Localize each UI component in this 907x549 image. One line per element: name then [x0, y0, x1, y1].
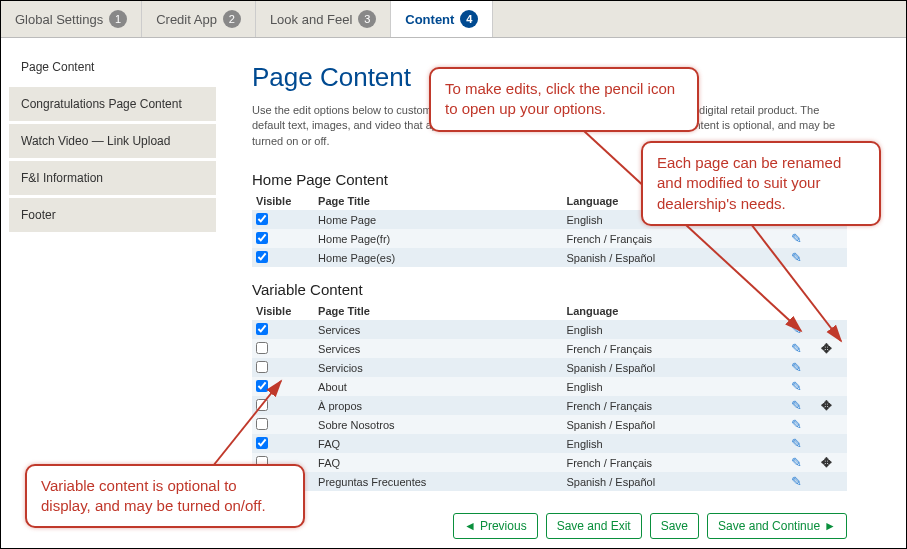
cell-title: Servicios [314, 358, 562, 377]
sidebar-item-watch-video[interactable]: Watch Video — Link Upload [9, 124, 216, 158]
col-visible: Visible [252, 192, 314, 210]
callout-pencil: To make edits, click the pencil icon to … [429, 67, 699, 132]
move-icon[interactable]: ✥ [821, 398, 832, 413]
table-row: À propos French / Français ✎ ✥ [252, 396, 847, 415]
cell-language: Spanish / Español [562, 248, 743, 267]
table-row: FAQ French / Français ✎ ✥ [252, 453, 847, 472]
cell-title: FAQ [314, 453, 562, 472]
tab-number-icon: 4 [460, 10, 478, 28]
cell-language: French / Français [562, 453, 743, 472]
pencil-icon[interactable]: ✎ [791, 379, 802, 394]
pencil-icon[interactable]: ✎ [791, 417, 802, 432]
table-row: Services French / Français ✎ ✥ [252, 339, 847, 358]
table-row: Preguntas Frecuentes Spanish / Español ✎ [252, 472, 847, 491]
tab-number-icon: 3 [358, 10, 376, 28]
sidebar-item-congratulations[interactable]: Congratulations Page Content [9, 87, 216, 121]
save-and-exit-button[interactable]: Save and Exit [546, 513, 642, 539]
cell-language: English [562, 320, 743, 339]
pencil-icon[interactable]: ✎ [791, 322, 802, 337]
move-icon[interactable]: ✥ [821, 341, 832, 356]
visible-checkbox[interactable] [256, 213, 268, 225]
sidebar-item-fni[interactable]: F&I Information [9, 161, 216, 195]
sidebar-item-footer[interactable]: Footer [9, 198, 216, 232]
visible-checkbox[interactable] [256, 232, 268, 244]
visible-checkbox[interactable] [256, 437, 268, 449]
section-heading-variable: Variable Content [252, 281, 878, 298]
save-and-continue-button[interactable]: Save and Continue► [707, 513, 847, 539]
cell-language: Spanish / Español [562, 358, 743, 377]
tab-number-icon: 1 [109, 10, 127, 28]
cell-language: English [562, 377, 743, 396]
move-icon[interactable]: ✥ [821, 455, 832, 470]
table-row: Services English ✎ [252, 320, 847, 339]
cell-title: FAQ [314, 434, 562, 453]
col-visible: Visible [252, 302, 314, 320]
pencil-icon[interactable]: ✎ [791, 250, 802, 265]
cell-language: Spanish / Español [562, 415, 743, 434]
visible-checkbox[interactable] [256, 380, 268, 392]
tab-bar: Global Settings1 Credit App2 Look and Fe… [1, 1, 906, 38]
table-row: FAQ English ✎ [252, 434, 847, 453]
cell-title: Sobre Nosotros [314, 415, 562, 434]
cell-title: About [314, 377, 562, 396]
visible-checkbox[interactable] [256, 418, 268, 430]
table-row: Servicios Spanish / Español ✎ [252, 358, 847, 377]
callout-rename: Each page can be renamed and modified to… [641, 141, 881, 226]
tab-look-and-feel[interactable]: Look and Feel3 [256, 1, 391, 37]
arrow-right-icon: ► [824, 519, 836, 533]
cell-language: French / Français [562, 339, 743, 358]
callout-variable: Variable content is optional to display,… [25, 464, 305, 529]
cell-language: French / Français [562, 229, 743, 248]
cell-title: Home Page(fr) [314, 229, 562, 248]
arrow-left-icon: ◄ [464, 519, 476, 533]
cell-language: English [562, 434, 743, 453]
tab-credit-app[interactable]: Credit App2 [142, 1, 256, 37]
visible-checkbox[interactable] [256, 361, 268, 373]
pencil-icon[interactable]: ✎ [791, 455, 802, 470]
visible-checkbox[interactable] [256, 342, 268, 354]
pencil-icon[interactable]: ✎ [791, 474, 802, 489]
cell-language: French / Français [562, 396, 743, 415]
table-row: About English ✎ [252, 377, 847, 396]
cell-title: Preguntas Frecuentes [314, 472, 562, 491]
tab-global-settings[interactable]: Global Settings1 [1, 1, 142, 37]
table-row: Home Page(es) Spanish / Español ✎ [252, 248, 847, 267]
pencil-icon[interactable]: ✎ [791, 360, 802, 375]
tab-content[interactable]: Content4 [391, 1, 493, 37]
cell-title: Home Page [314, 210, 562, 229]
visible-checkbox[interactable] [256, 399, 268, 411]
col-language: Language [562, 302, 743, 320]
visible-checkbox[interactable] [256, 323, 268, 335]
table-row: Home Page(fr) French / Français ✎ [252, 229, 847, 248]
pencil-icon[interactable]: ✎ [791, 231, 802, 246]
save-button[interactable]: Save [650, 513, 699, 539]
pencil-icon[interactable]: ✎ [791, 436, 802, 451]
sidebar-item-page-content[interactable]: Page Content [9, 50, 216, 84]
col-title: Page Title [314, 192, 562, 210]
cell-title: Services [314, 320, 562, 339]
col-title: Page Title [314, 302, 562, 320]
pencil-icon[interactable]: ✎ [791, 341, 802, 356]
tab-number-icon: 2 [223, 10, 241, 28]
previous-button[interactable]: ◄Previous [453, 513, 538, 539]
cell-language: Spanish / Español [562, 472, 743, 491]
visible-checkbox[interactable] [256, 251, 268, 263]
variable-content-table: Visible Page Title Language Services Eng… [252, 302, 847, 491]
cell-title: Services [314, 339, 562, 358]
cell-title: Home Page(es) [314, 248, 562, 267]
table-row: Sobre Nosotros Spanish / Español ✎ [252, 415, 847, 434]
cell-title: À propos [314, 396, 562, 415]
pencil-icon[interactable]: ✎ [791, 398, 802, 413]
